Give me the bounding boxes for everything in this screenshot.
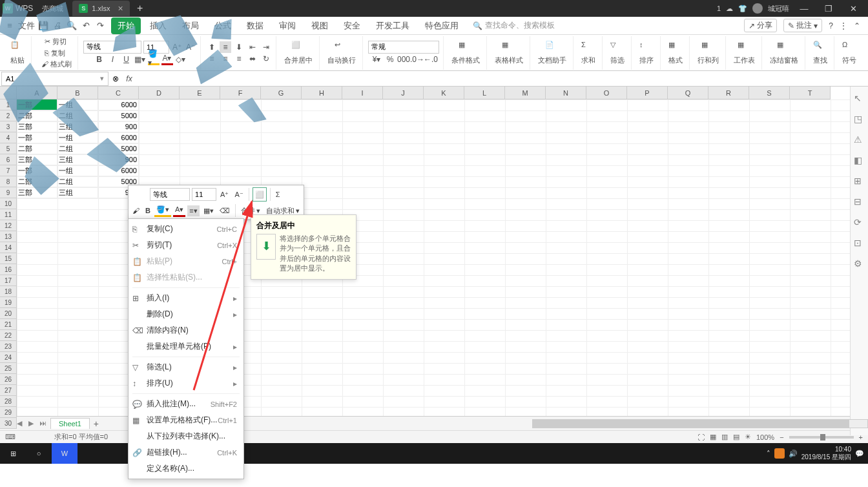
row-header-26[interactable]: 26 xyxy=(0,374,17,385)
tab-file[interactable]: S 1.xlsx × xyxy=(72,1,129,16)
cell-A5[interactable]: 二部 xyxy=(17,143,57,154)
indent-inc-icon[interactable]: ⇥ xyxy=(260,41,272,53)
currency-icon[interactable]: ¥▾ xyxy=(371,54,382,65)
reading-mode-icon[interactable]: ☀ xyxy=(745,433,751,441)
row-header-30[interactable]: 30 xyxy=(0,418,17,429)
formula-input[interactable] xyxy=(137,72,868,86)
ctx-insert[interactable]: ⊞插入(I)▸ xyxy=(129,290,243,306)
search-box[interactable]: 🔍 查找命令、搜索模板 xyxy=(473,20,555,31)
cell-B1[interactable]: 一组 xyxy=(57,99,98,110)
add-sheet-button[interactable]: + xyxy=(90,419,103,429)
ribbon-tab-9[interactable]: 特色应用 xyxy=(418,17,465,34)
cell-B4[interactable]: 一组 xyxy=(57,132,98,143)
paste-button[interactable]: 📋粘贴 xyxy=(8,39,27,67)
row-header-22[interactable]: 22 xyxy=(0,330,17,341)
text-helper-button[interactable]: 📄文档助手 xyxy=(535,39,569,67)
sort-button[interactable]: ↕排序 xyxy=(637,39,656,67)
ctx-dropdown[interactable]: 从下拉列表中选择(K)... xyxy=(129,428,243,444)
cell-C3[interactable]: 900 xyxy=(98,121,139,132)
border-icon[interactable]: ▦▾ xyxy=(134,54,146,65)
cell-A7[interactable]: 一部 xyxy=(17,165,57,176)
sp-backup-icon[interactable]: ⟳ xyxy=(854,217,865,229)
mini-align-icon[interactable]: ≡▾ xyxy=(187,205,199,216)
mini-border-icon[interactable]: ▦▾ xyxy=(202,205,216,216)
row-header-7[interactable]: 7 xyxy=(0,165,17,176)
col-header-Q[interactable]: Q xyxy=(668,87,708,99)
row-header-17[interactable]: 17 xyxy=(0,275,17,286)
mini-inc-font-icon[interactable]: A⁺ xyxy=(218,189,231,200)
ribbon-tab-8[interactable]: 开发工具 xyxy=(369,17,416,34)
col-header-E[interactable]: E xyxy=(180,87,220,99)
ctx-copy[interactable]: ⎘复制(C)Ctrl+C xyxy=(129,221,243,237)
col-header-N[interactable]: N xyxy=(546,87,586,99)
sp-style-icon[interactable]: ◧ xyxy=(854,155,865,167)
cell-B3[interactable]: 三组 xyxy=(57,121,98,132)
row-header-8[interactable]: 8 xyxy=(0,176,17,187)
tray-notification-icon[interactable]: 💬 xyxy=(855,450,864,458)
print-icon[interactable]: 🖨 xyxy=(52,20,63,32)
row-header-4[interactable]: 4 xyxy=(0,132,17,143)
col-header-O[interactable]: O xyxy=(586,87,627,99)
tray-sogou-icon[interactable] xyxy=(774,448,785,459)
close-icon[interactable]: × xyxy=(118,3,123,14)
row-header-16[interactable]: 16 xyxy=(0,264,17,275)
cell-C1[interactable]: 6000 xyxy=(98,99,139,110)
col-header-C[interactable]: C xyxy=(98,87,139,99)
align-top-icon[interactable]: ⬆ xyxy=(206,41,218,53)
ctx-comment[interactable]: 💬插入批注(M)...Shift+F2 xyxy=(129,396,243,412)
row-header-27[interactable]: 27 xyxy=(0,385,17,396)
zoom-value[interactable]: 100% xyxy=(756,433,774,441)
freeze-button[interactable]: ▦冻结窗格 xyxy=(767,39,801,67)
help-icon[interactable]: ? xyxy=(829,21,833,30)
col-header-T[interactable]: T xyxy=(790,87,831,99)
mini-fontcolor-icon[interactable]: A▾ xyxy=(173,204,185,217)
cell-B6[interactable]: 三组 xyxy=(57,154,98,165)
rowcol-button[interactable]: ▦行和列 xyxy=(695,39,721,67)
row-header-25[interactable]: 25 xyxy=(0,363,17,374)
mini-merge-icon[interactable]: ⬜ xyxy=(253,187,267,202)
ribbon-tab-1[interactable]: 插入 xyxy=(143,17,173,34)
tab-shop[interactable]: 壳商城 xyxy=(36,1,70,16)
clock[interactable]: 10:40 2019/8/15 星期四 xyxy=(801,446,851,461)
sp-more-icon[interactable]: ⊡ xyxy=(854,238,865,249)
row-header-13[interactable]: 13 xyxy=(0,231,17,242)
cell-A8[interactable]: 二部 xyxy=(17,176,57,187)
ctx-clear[interactable]: ⌫清除内容(N) xyxy=(129,322,243,338)
view-normal-icon[interactable]: ▦ xyxy=(710,433,716,441)
ctx-format-cell[interactable]: ▦设置单元格格式(F)...Ctrl+1 xyxy=(129,412,243,428)
col-header-A[interactable]: A xyxy=(17,87,57,99)
row-header-3[interactable]: 3 xyxy=(0,121,17,132)
col-header-R[interactable]: R xyxy=(708,87,749,99)
row-header-20[interactable]: 20 xyxy=(0,308,17,319)
cell-C5[interactable]: 5000 xyxy=(98,143,139,154)
ctx-define-name[interactable]: 定义名称(A)... xyxy=(129,461,243,477)
dec-decimal-icon[interactable]: ←.0 xyxy=(425,54,437,65)
orientation-icon[interactable]: ↻ xyxy=(260,53,272,65)
row-header-1[interactable]: 1 xyxy=(0,99,17,110)
align-middle-icon[interactable]: ≡ xyxy=(220,41,231,53)
redo-icon[interactable]: ↷ xyxy=(94,20,106,32)
cortana-button[interactable]: ○ xyxy=(26,443,52,464)
maximize-button[interactable]: ❐ xyxy=(819,4,838,14)
col-header-G[interactable]: G xyxy=(261,87,302,99)
wrap-text-button[interactable]: ↩自动换行 xyxy=(325,39,358,67)
grid[interactable]: ABCDEFGHIJKLMNOPQRST 1234567891011121314… xyxy=(0,87,868,416)
merge-across-icon[interactable]: ⬌ xyxy=(247,53,258,65)
col-header-B[interactable]: B xyxy=(57,87,98,99)
sp-settings-icon[interactable]: ⚙ xyxy=(854,258,865,270)
align-left-icon[interactable]: ≡ xyxy=(206,53,218,65)
col-header-S[interactable]: S xyxy=(749,87,790,99)
ribbon-tab-7[interactable]: 安全 xyxy=(337,17,367,34)
row-header-2[interactable]: 2 xyxy=(0,110,17,121)
sp-select-icon[interactable]: ◳ xyxy=(854,114,865,125)
format-button[interactable]: ▦格式 xyxy=(666,39,685,67)
decrease-font-icon[interactable]: A⁻ xyxy=(185,41,196,53)
col-header-D[interactable]: D xyxy=(139,87,180,99)
cloud-icon[interactable]: ☁ xyxy=(726,5,733,13)
cell-C6[interactable]: 900 xyxy=(98,154,139,165)
row-header-10[interactable]: 10 xyxy=(0,198,17,209)
cell-B9[interactable]: 三组 xyxy=(57,187,98,198)
collapse-ribbon-icon[interactable]: ⌃ xyxy=(854,21,860,30)
mini-font-select[interactable] xyxy=(150,188,190,201)
col-header-H[interactable]: H xyxy=(302,87,342,99)
